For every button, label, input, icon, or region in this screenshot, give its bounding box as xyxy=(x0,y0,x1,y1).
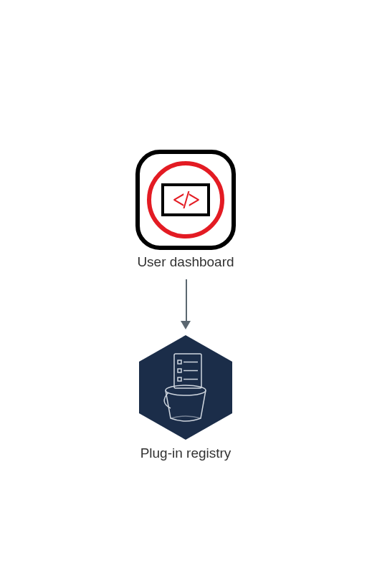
node-plugin-registry: Plug-in registry xyxy=(132,334,239,461)
node-label-dashboard: User dashboard xyxy=(132,254,239,270)
code-monitor-icon: </> xyxy=(135,150,236,250)
node-user-dashboard: </> User dashboard xyxy=(132,150,239,270)
bucket-list-icon xyxy=(136,334,235,441)
node-label-registry: Plug-in registry xyxy=(132,445,239,461)
svg-marker-0 xyxy=(139,335,232,440)
edge-arrowhead-icon xyxy=(181,321,191,329)
edge-arrow xyxy=(186,279,187,322)
diagram-canvas: </> User dashboard xyxy=(0,0,372,588)
